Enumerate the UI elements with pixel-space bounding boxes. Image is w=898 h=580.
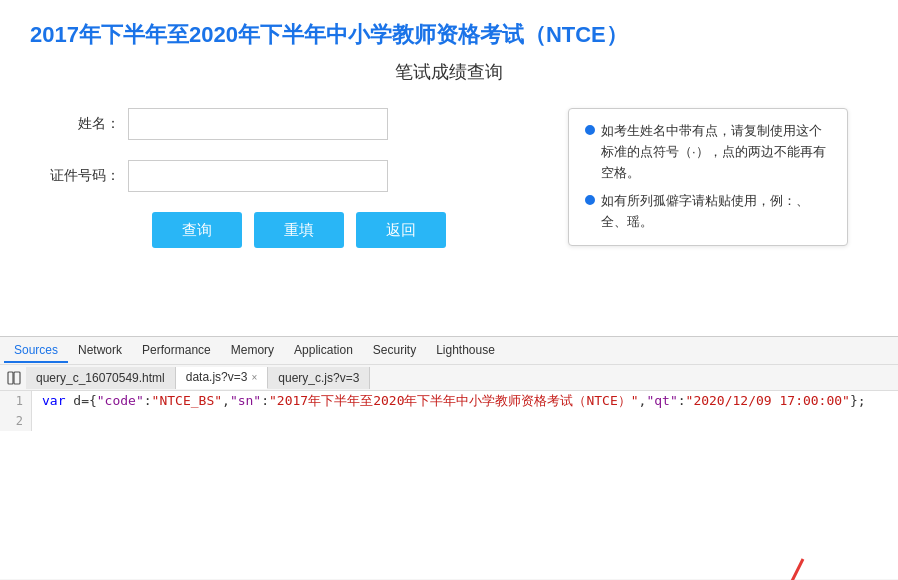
button-row: 查询 重填 返回 [50,212,548,248]
tooltip-text-1: 如考生姓名中带有点，请复制使用这个标准的点符号（·），点的两边不能再有空格。 [601,121,831,183]
line-content-1: var d={"code":"NTCE_BS","sn":"2017年下半年至2… [32,391,866,411]
name-row: 姓名： [50,108,548,140]
page-title: 2017年下半年至2020年下半年中小学教师资格考试（NTCE） [30,20,868,50]
name-label: 姓名： [50,115,120,133]
id-label: 证件号码： [50,167,120,185]
back-button[interactable]: 返回 [356,212,446,248]
tab-application[interactable]: Application [284,339,363,363]
devtools-panel: Sources Network Performance Memory Appli… [0,336,898,580]
file-tab-data[interactable]: data.js?v=3 × [176,367,269,389]
tooltip-box: 如考生姓名中带有点，请复制使用这个标准的点符号（·），点的两边不能再有空格。 如… [568,108,848,246]
file-tab-queryc-label: query_c.js?v=3 [278,371,359,385]
file-tab-data-label: data.js?v=3 [186,370,248,384]
svg-rect-1 [14,372,20,384]
id-input[interactable] [128,160,388,192]
file-tabs: query_c_16070549.html data.js?v=3 × quer… [26,367,370,389]
tab-sources[interactable]: Sources [4,339,68,363]
reset-button[interactable]: 重填 [254,212,344,248]
form-area: 姓名： 证件号码： 查询 重填 返回 如考生姓名中带有点，请复制使用这个标准的点… [30,108,868,248]
tooltip-item-1: 如考生姓名中带有点，请复制使用这个标准的点符号（·），点的两边不能再有空格。 [585,121,831,183]
code-line-1: 1 var d={"code":"NTCE_BS","sn":"2017年下半年… [0,391,898,411]
main-content: 2017年下半年至2020年下半年中小学教师资格考试（NTCE） 笔试成绩查询 … [0,0,898,336]
red-arrow [728,549,818,580]
file-tab-data-close[interactable]: × [251,372,257,383]
tooltip-text-2: 如有所列孤僻字请粘贴使用，例：、全、瑶。 [601,191,831,233]
tooltip-dot-2 [585,195,595,205]
tooltip-item-2: 如有所列孤僻字请粘贴使用，例：、全、瑶。 [585,191,831,233]
id-row: 证件号码： [50,160,548,192]
file-tab-queryc[interactable]: query_c.js?v=3 [268,367,370,389]
query-button[interactable]: 查询 [152,212,242,248]
toggle-sidebar-icon[interactable] [6,370,22,386]
sources-toolbar: query_c_16070549.html data.js?v=3 × quer… [0,365,898,391]
svg-line-2 [783,559,803,580]
tab-memory[interactable]: Memory [221,339,284,363]
devtools-tabs: Sources Network Performance Memory Appli… [0,337,898,365]
arrow-svg [728,549,818,580]
form-fields: 姓名： 证件号码： 查询 重填 返回 [50,108,548,248]
svg-rect-0 [8,372,13,384]
file-tab-html-label: query_c_16070549.html [36,371,165,385]
name-input[interactable] [128,108,388,140]
tab-performance[interactable]: Performance [132,339,221,363]
page-wrapper: 2017年下半年至2020年下半年中小学教师资格考试（NTCE） 笔试成绩查询 … [0,0,898,580]
line-num-2: 2 [0,411,32,431]
tab-lighthouse[interactable]: Lighthouse [426,339,505,363]
line-num-1: 1 [0,391,32,411]
form-title: 笔试成绩查询 [30,60,868,84]
tab-network[interactable]: Network [68,339,132,363]
tab-security[interactable]: Security [363,339,426,363]
tooltip-dot-1 [585,125,595,135]
code-line-2: 2 [0,411,898,431]
file-tab-html[interactable]: query_c_16070549.html [26,367,176,389]
